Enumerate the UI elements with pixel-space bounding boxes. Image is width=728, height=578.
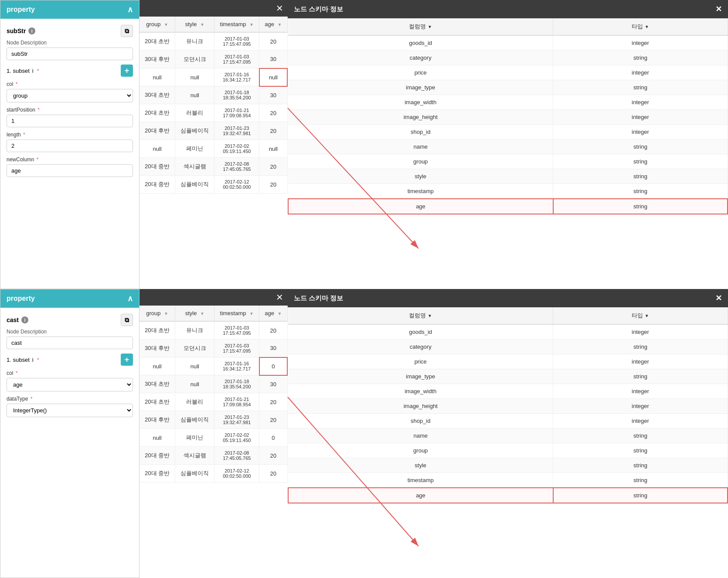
top-startposition-input[interactable] — [7, 115, 133, 127]
schema-cell: shop_id — [288, 414, 553, 428]
table-row: 30대 후반모던시크2017-01-0317:15:47.09530 — [139, 340, 287, 357]
table-cell: 모던시크 — [175, 51, 214, 68]
top-node-info-icon[interactable]: i — [28, 27, 35, 34]
schema-cell: age — [288, 488, 553, 503]
table-cell: 심플베이직 — [175, 465, 214, 483]
top-property-panel: property ∧ subStr i ⧉ Node Description 1… — [0, 0, 139, 289]
table-row: 20대 초반유니크2017-01-0317:15:47.09520 — [139, 32, 287, 51]
top-subset-header: 1. subset i * + — [7, 65, 133, 77]
table-row: 20대 초반유니크2017-01-0317:15:47.09520 — [139, 321, 287, 340]
table-row: null페미닌2017-02-0205:19:11.450null — [139, 140, 287, 158]
table-cell: 30 — [259, 51, 287, 68]
schema-cell: string — [553, 473, 728, 488]
top-schema-type-header: 타입 ▼ — [553, 18, 728, 35]
table-row: 20대 후반심플베이직2017-01-2319:32:47.98120 — [139, 122, 287, 140]
bottom-schema-table: 컬럼명 ▼ 타입 ▼ goods_idintegercategorystring… — [288, 307, 728, 503]
table-row: 30대 후반모던시크2017-01-0317:15:47.09530 — [139, 51, 287, 68]
top-table-dark-header: ✕ — [139, 0, 288, 17]
table-row: 20대 중반섹시글램2017-02-0817:45:05.76520 — [139, 447, 287, 465]
table-cell: 심플베이직 — [175, 176, 214, 194]
schema-cell: string — [553, 488, 728, 503]
top-property-title: property — [7, 6, 35, 14]
table-cell: 2017-02-1200:02:50.000 — [214, 176, 259, 194]
schema-cell: string — [553, 458, 728, 473]
schema-cell: integer — [553, 354, 728, 369]
table-cell: 2017-01-0317:15:47.095 — [214, 51, 259, 68]
table-cell: 모던시크 — [175, 340, 214, 357]
table-cell: 20 — [259, 104, 287, 122]
table-row: nullnull2017-01-1616:34:12.7170 — [139, 357, 287, 375]
top-col-timestamp-header: timestamp ▼ — [214, 17, 259, 32]
schema-cell: string — [553, 169, 728, 184]
top-col-group-header: group ▼ — [139, 17, 175, 32]
table-cell: 30 — [259, 340, 287, 357]
bottom-copy-button[interactable]: ⧉ — [121, 314, 133, 326]
top-table-body: group ▼ style ▼ timestamp ▼ age ▼ 20대 초반… — [139, 17, 288, 289]
schema-cell: integer — [553, 35, 728, 51]
bottom-subset-title: 1. subset — [7, 357, 30, 363]
bottom-data-table: group ▼ style ▼ timestamp ▼ age ▼ 20대 초반… — [139, 306, 288, 483]
table-cell: null — [175, 86, 214, 104]
schema-cell: timestamp — [288, 473, 553, 488]
table-cell: null — [139, 140, 175, 158]
table-row: 20대 중반심플베이직2017-02-1200:02:50.00020 — [139, 465, 287, 483]
bottom-table-body: group ▼ style ▼ timestamp ▼ age ▼ 20대 초반… — [139, 306, 288, 578]
bottom-subset-info-icon[interactable]: i — [32, 357, 34, 363]
table-cell: 섹시글램 — [175, 158, 214, 176]
bottom-node-info-icon[interactable]: i — [21, 316, 28, 323]
table-row: 20대 중반심플베이직2017-02-1200:02:50.00020 — [139, 176, 287, 194]
bottom-table-close-button[interactable]: ✕ — [276, 292, 283, 303]
schema-row: timestampstring — [288, 473, 728, 488]
table-cell: 20 — [259, 321, 287, 340]
top-node-desc-input[interactable] — [7, 48, 133, 60]
top-schema-close-button[interactable]: ✕ — [715, 4, 722, 14]
table-cell: 2017-01-1616:34:12.717 — [214, 357, 259, 375]
schema-cell: integer — [553, 65, 728, 80]
top-add-subset-button[interactable]: + — [121, 65, 133, 77]
table-cell: 러블리 — [175, 393, 214, 411]
top-copy-button[interactable]: ⧉ — [121, 25, 133, 37]
schema-cell: name — [288, 428, 553, 443]
bottom-property-chevron[interactable]: ∧ — [127, 294, 133, 303]
schema-row: categorystring — [288, 340, 728, 354]
top-property-body: subStr i ⧉ Node Description 1. subset i … — [0, 19, 139, 187]
table-cell: 2017-01-0317:15:47.095 — [214, 340, 259, 357]
table-cell: 20대 초반 — [139, 321, 175, 340]
bottom-datatype-select[interactable]: IntegerType() — [7, 404, 133, 417]
schema-cell: integer — [553, 414, 728, 428]
schema-cell: age — [288, 199, 553, 214]
bottom-property-header: property ∧ — [0, 289, 139, 308]
top-subset-info-icon[interactable]: i — [32, 68, 34, 74]
bottom-schema-title: 노드 스키마 정보 — [294, 294, 343, 303]
bottom-node-desc-input[interactable] — [7, 337, 133, 349]
table-cell: null — [259, 68, 287, 86]
bottom-node-desc-label: Node Description — [7, 329, 133, 335]
top-property-chevron[interactable]: ∧ — [127, 5, 133, 14]
table-cell: 2017-01-1616:34:12.717 — [214, 68, 259, 86]
top-length-input[interactable] — [7, 139, 133, 152]
schema-cell: style — [288, 169, 553, 184]
bottom-datatype-label: dataType * — [7, 396, 133, 402]
top-schema-table: 컬럼명 ▼ 타입 ▼ goods_idintegercategorystring… — [288, 18, 728, 214]
table-cell: 20대 후반 — [139, 122, 175, 140]
table-cell: null — [175, 68, 214, 86]
schema-cell: style — [288, 458, 553, 473]
schema-row: namestring — [288, 428, 728, 443]
top-schema-title: 노드 스키마 정보 — [294, 5, 343, 14]
schema-row: stylestring — [288, 169, 728, 184]
top-newcolumn-input[interactable] — [7, 164, 133, 177]
table-cell: 2017-02-0817:45:05.765 — [214, 158, 259, 176]
table-cell: 2017-02-0817:45:05.765 — [214, 447, 259, 465]
bottom-schema-body: 컬럼명 ▼ 타입 ▼ goods_idintegercategorystring… — [288, 307, 728, 578]
schema-cell: string — [553, 139, 728, 154]
bottom-add-subset-button[interactable]: + — [121, 354, 133, 366]
top-data-table-container: ✕ group ▼ style ▼ timestamp ▼ age ▼ 20대 … — [139, 0, 288, 289]
top-col-required: * — [14, 81, 17, 87]
schema-cell: image_width — [288, 384, 553, 399]
top-col-select[interactable]: group — [7, 89, 133, 102]
top-table-close-button[interactable]: ✕ — [276, 3, 283, 14]
table-cell: 30대 초반 — [139, 86, 175, 104]
bottom-schema-close-button[interactable]: ✕ — [715, 293, 722, 303]
bottom-col-select[interactable]: age — [7, 378, 133, 391]
table-cell: 20 — [259, 447, 287, 465]
